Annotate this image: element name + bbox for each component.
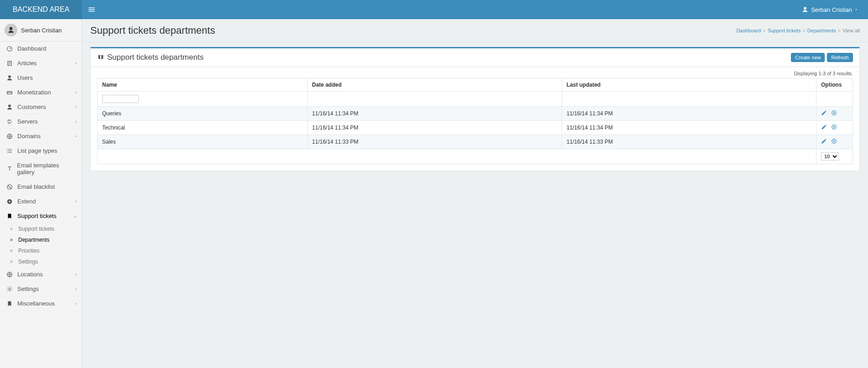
chevron-left-icon: ‹ [76, 90, 77, 95]
page-size-select[interactable]: 10 [821, 152, 839, 161]
table-row: Sales 11/16/14 11:33 PM 11/16/14 11:33 P… [98, 135, 853, 149]
sidebar-item-label: Customers [17, 104, 46, 110]
refresh-button[interactable]: Refresh [827, 53, 853, 62]
cell-date-added: 11/16/14 11:34 PM [307, 107, 562, 121]
cell-last-updated: 11/16/14 11:33 PM [562, 135, 816, 149]
user-menu[interactable]: Serban Cristian [802, 0, 868, 19]
main-content: Support tickets departments Dashboard > … [82, 19, 868, 171]
sidebar-item-list-page-types[interactable]: List page types [0, 144, 82, 158]
delete-icon [831, 124, 837, 130]
sidebar-item-users[interactable]: Users [0, 71, 82, 85]
edit-button[interactable] [821, 138, 827, 144]
user-icon [5, 75, 14, 81]
cell-options [816, 121, 853, 135]
avatar [5, 24, 17, 36]
page-title: Support tickets departments [90, 25, 215, 36]
table-filter-row [98, 92, 853, 107]
header-user-name: Serban Cristian [811, 6, 852, 13]
cell-date-added: 11/16/14 11:33 PM [307, 135, 562, 149]
chevron-left-icon: ‹ [76, 104, 77, 109]
sidebar-item-label: List page types [17, 147, 57, 154]
sidebar-item-label: Articles [17, 60, 37, 67]
caret-down-icon [854, 7, 858, 12]
book-icon [97, 54, 104, 61]
pencil-icon [821, 124, 827, 130]
results-summary: Displaying 1-3 of 3 results. [91, 67, 859, 78]
cell-last-updated: 11/16/14 11:34 PM [562, 107, 816, 121]
sidebar-toggle-button[interactable] [82, 0, 101, 19]
logo[interactable]: BACKEND AREA [0, 0, 82, 19]
col-date-added[interactable]: Date added [307, 78, 562, 92]
cell-last-updated: 11/16/14 11:34 PM [562, 121, 816, 135]
pencil-icon [821, 138, 827, 144]
breadcrumb: Dashboard > Support tickets > Department… [736, 28, 860, 33]
breadcrumb-support[interactable]: Support tickets [768, 28, 801, 33]
cell-date-added: 11/16/14 11:34 PM [307, 121, 562, 135]
sidebar: Serban Cristian DashboardArticles‹UsersM… [0, 19, 82, 179]
delete-button[interactable] [831, 138, 837, 144]
servers-icon [5, 119, 14, 125]
sidebar-item-email-templates-gallery[interactable]: Email templates gallery [0, 158, 82, 179]
breadcrumb-dashboard[interactable]: Dashboard [736, 28, 761, 33]
monetization-icon [5, 89, 14, 96]
breadcrumb-departments[interactable]: Departments [807, 28, 836, 33]
panel-title: Support tickets departments [97, 53, 204, 62]
list-icon [5, 148, 14, 154]
sidebar-user-box[interactable]: Serban Cristian [0, 19, 82, 41]
col-name[interactable]: Name [98, 78, 308, 92]
user-icon [802, 6, 808, 13]
delete-button[interactable] [831, 124, 837, 130]
sidebar-item-label: Users [17, 74, 33, 81]
sidebar-user-name: Serban Cristian [21, 27, 62, 34]
sidebar-item-monetization[interactable]: Monetization‹ [0, 85, 82, 100]
dashboard-icon [5, 46, 14, 52]
chevron-left-icon: ‹ [76, 119, 77, 124]
create-new-button[interactable]: Create new [791, 53, 825, 62]
cell-name: Sales [98, 135, 308, 149]
departments-table: Name Date added Last updated Options Que… [97, 78, 853, 164]
sidebar-item-label: Dashboard [17, 45, 46, 52]
cell-options [816, 135, 853, 149]
sidebar-item-dashboard[interactable]: Dashboard [0, 41, 82, 56]
sidebar-item-label: Email templates gallery [17, 162, 76, 176]
delete-button[interactable] [831, 110, 837, 116]
articles-icon [5, 60, 14, 67]
cell-options [816, 107, 853, 121]
panel-header: Support tickets departments Create new R… [91, 48, 859, 67]
pencil-icon [821, 110, 827, 116]
breadcrumb-view: View all [842, 28, 860, 33]
delete-icon [831, 138, 837, 144]
sidebar-item-articles[interactable]: Articles‹ [0, 56, 82, 71]
hamburger-icon [88, 5, 96, 14]
sidebar-item-domains[interactable]: Domains‹ [0, 129, 82, 144]
delete-icon [831, 110, 837, 116]
edit-button[interactable] [821, 110, 827, 116]
sidebar-item-label: Servers [17, 118, 38, 125]
cell-name: Technical [98, 121, 308, 135]
col-last-updated[interactable]: Last updated [562, 78, 816, 92]
chevron-left-icon: ‹ [76, 61, 77, 66]
sidebar-item-label: Monetization [17, 89, 51, 96]
cell-name: Queries [98, 107, 308, 121]
table-row: Queries 11/16/14 11:34 PM 11/16/14 11:34… [98, 107, 853, 121]
page-header: Support tickets departments Dashboard > … [82, 19, 868, 42]
sidebar-item-label: Domains [17, 133, 41, 140]
panel: Support tickets departments Create new R… [90, 47, 860, 171]
sidebar-item-customers[interactable]: Customers‹ [0, 100, 82, 114]
top-header: BACKEND AREA Serban Cristian [0, 0, 868, 19]
name-filter-input[interactable] [102, 95, 139, 103]
col-options: Options [816, 78, 853, 92]
chevron-left-icon: ‹ [76, 134, 77, 139]
globe-icon [5, 133, 14, 140]
table-row: Technical 11/16/14 11:34 PM 11/16/14 11:… [98, 121, 853, 135]
table-header-row: Name Date added Last updated Options [98, 78, 853, 92]
user-icon [5, 104, 14, 110]
edit-button[interactable] [821, 124, 827, 130]
sidebar-item-servers[interactable]: Servers‹ [0, 114, 82, 129]
text-icon [5, 166, 13, 172]
